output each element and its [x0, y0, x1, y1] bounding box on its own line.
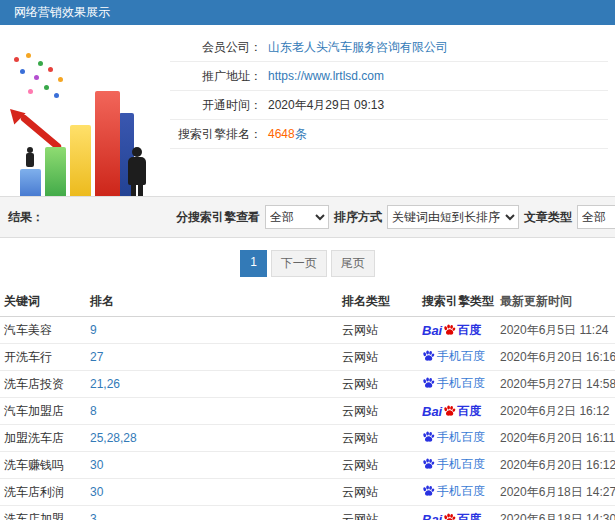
- engine-cell: 手机百度: [418, 342, 496, 372]
- rank-cell[interactable]: 9: [86, 317, 338, 343]
- type-filter-label: 文章类型: [524, 209, 572, 226]
- header-updated-time: 最新更新时间: [496, 287, 615, 316]
- keyword-cell: 洗车赚钱吗: [0, 451, 86, 480]
- table-row: 加盟洗车店25,28,28云网站手机百度2020年6月20日 16:11: [0, 425, 615, 452]
- baidu-paw-icon: [443, 324, 456, 337]
- rank-cell[interactable]: 27: [86, 344, 338, 370]
- keyword-cell: 汽车美容: [0, 316, 86, 345]
- updated-cell: 2020年6月2日 16:12: [496, 397, 615, 426]
- updated-cell: 2020年6月5日 11:24: [496, 316, 615, 345]
- promo-url-link[interactable]: https://www.lrtlsd.com: [268, 69, 384, 83]
- rank-count-number: 4648: [268, 127, 295, 141]
- baidu-bai-text: Bai: [422, 323, 442, 338]
- company-label: 会员公司：: [170, 39, 262, 56]
- baidu-bai-text: Bai: [422, 512, 442, 520]
- rank-cell[interactable]: 3: [86, 506, 338, 520]
- baidu-mobile-logo: 手机百度: [422, 483, 485, 500]
- baidu-pc-logo: Bai百度: [422, 322, 481, 339]
- keyword-cell: 加盟洗车店: [0, 424, 86, 453]
- engine-select[interactable]: 全部: [265, 205, 329, 229]
- bar-chart-illustration: [6, 51, 174, 211]
- keyword-cell: 洗车店加盟: [0, 505, 86, 520]
- growth-arrow-icon: [20, 114, 63, 152]
- table-row: 洗车店投资21,26云网站手机百度2020年5月27日 14:58: [0, 371, 615, 398]
- rank-type-cell: 云网站: [338, 451, 418, 480]
- baidu-bai-text: Bai: [422, 404, 442, 419]
- baidu-mobile-text: 手机百度: [437, 456, 485, 473]
- page-title: 网络营销效果展示: [14, 5, 110, 19]
- rank-type-cell: 云网站: [338, 424, 418, 453]
- info-row-company: 会员公司： 山东老人头汽车服务咨询有限公司: [170, 33, 608, 62]
- engine-cell: 手机百度: [418, 423, 496, 453]
- rank-cell[interactable]: 30: [86, 452, 338, 478]
- info-panel: 会员公司： 山东老人头汽车服务咨询有限公司 推广地址： https://www.…: [170, 33, 608, 149]
- company-link[interactable]: 山东老人头汽车服务咨询有限公司: [268, 39, 448, 56]
- baidu-paw-icon: [422, 377, 435, 390]
- table-row: 开洗车行27云网站手机百度2020年6月20日 16:16: [0, 344, 615, 371]
- baidu-cn-text: 百度: [457, 322, 481, 339]
- chart-bar-red: [95, 91, 120, 209]
- open-time-value: 2020年4月29日 09:13: [268, 97, 384, 114]
- rank-cell[interactable]: 25,28,28: [86, 425, 338, 451]
- pagination-next-button[interactable]: 下一页: [271, 250, 327, 277]
- rank-type-cell: 云网站: [338, 343, 418, 372]
- header-engine-type: 搜索引擎类型: [418, 287, 496, 316]
- filter-controls: 分搜索引擎查看 全部 排序方式 关键词由短到长排序 文章类型 全部 提交: [176, 204, 615, 230]
- open-time-label: 开通时间：: [170, 97, 262, 114]
- engine-cell: 手机百度: [418, 477, 496, 507]
- sort-select[interactable]: 关键词由短到长排序: [387, 205, 519, 229]
- engine-cell: 手机百度: [418, 450, 496, 480]
- baidu-mobile-text: 手机百度: [437, 348, 485, 365]
- updated-cell: 2020年6月20日 16:12: [496, 451, 615, 480]
- baidu-mobile-logo: 手机百度: [422, 348, 485, 365]
- updated-cell: 2020年6月20日 16:16: [496, 343, 615, 372]
- baidu-mobile-logo: 手机百度: [422, 456, 485, 473]
- baidu-paw-icon: [443, 405, 456, 418]
- type-select[interactable]: 全部: [577, 205, 615, 229]
- rank-type-cell: 云网站: [338, 397, 418, 426]
- engine-cell: Bai百度: [418, 505, 496, 520]
- filter-bar: 结果： 分搜索引擎查看 全部 排序方式 关键词由短到长排序 文章类型 全部 提交: [0, 196, 615, 238]
- baidu-mobile-logo: 手机百度: [422, 375, 485, 392]
- engine-cell: 手机百度: [418, 369, 496, 399]
- baidu-mobile-text: 手机百度: [437, 483, 485, 500]
- header-rank: 排名: [86, 287, 338, 316]
- top-bar: 网络营销效果展示: [0, 0, 615, 25]
- info-row-url: 推广地址： https://www.lrtlsd.com: [170, 62, 608, 91]
- rank-count-unit: 条: [295, 127, 307, 141]
- engine-cell: Bai百度: [418, 316, 496, 345]
- keyword-cell: 洗车店利润: [0, 478, 86, 507]
- promo-url-label: 推广地址：: [170, 68, 262, 85]
- results-table: 关键词 排名 排名类型 搜索引擎类型 最新更新时间 汽车美容9云网站Bai百度2…: [0, 287, 615, 520]
- keyword-cell: 洗车店投资: [0, 370, 86, 399]
- baidu-paw-icon: [443, 513, 456, 520]
- header-keyword: 关键词: [0, 287, 86, 316]
- updated-cell: 2020年6月18日 14:30: [496, 505, 615, 520]
- table-row: 洗车店利润30云网站手机百度2020年6月18日 14:27: [0, 479, 615, 506]
- results-section-label: 结果：: [8, 209, 44, 226]
- table-row: 洗车店加盟3云网站Bai百度2020年6月18日 14:30: [0, 506, 615, 520]
- baidu-pc-logo: Bai百度: [422, 403, 481, 420]
- updated-cell: 2020年6月18日 14:27: [496, 478, 615, 507]
- rank-cell[interactable]: 21,26: [86, 371, 338, 397]
- sort-filter-label: 排序方式: [334, 209, 382, 226]
- pagination-last-button[interactable]: 尾页: [331, 250, 375, 277]
- updated-cell: 2020年6月20日 16:11: [496, 424, 615, 453]
- baidu-paw-icon: [422, 485, 435, 498]
- rank-cell[interactable]: 8: [86, 398, 338, 424]
- keyword-cell: 开洗车行: [0, 343, 86, 372]
- baidu-paw-icon: [422, 431, 435, 444]
- baidu-mobile-text: 手机百度: [437, 429, 485, 446]
- header-rank-type: 排名类型: [338, 287, 418, 316]
- baidu-mobile-text: 手机百度: [437, 375, 485, 392]
- engine-filter-label: 分搜索引擎查看: [176, 209, 260, 226]
- baidu-mobile-logo: 手机百度: [422, 429, 485, 446]
- pagination: 1 下一页 尾页: [0, 238, 615, 287]
- pagination-current-page[interactable]: 1: [240, 250, 267, 277]
- rank-cell[interactable]: 30: [86, 479, 338, 505]
- rank-count-value: 4648条: [268, 126, 307, 143]
- info-row-rank-count: 搜索引擎排名： 4648条: [170, 120, 608, 149]
- table-row: 汽车加盟店8云网站Bai百度2020年6月2日 16:12: [0, 398, 615, 425]
- baidu-paw-icon: [422, 458, 435, 471]
- baidu-cn-text: 百度: [457, 403, 481, 420]
